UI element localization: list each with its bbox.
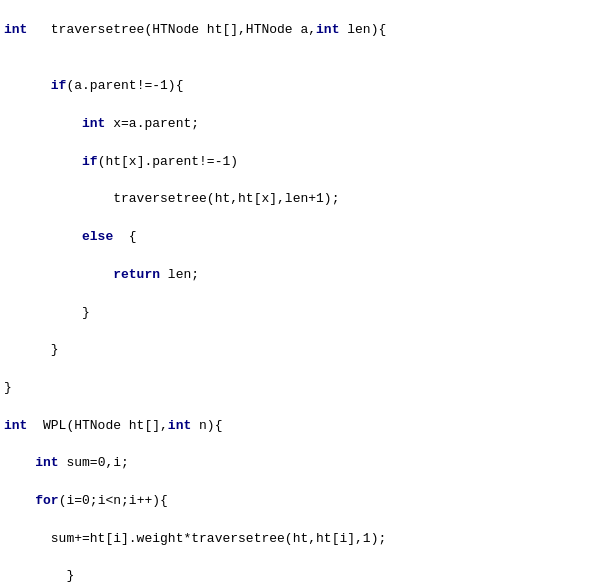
code-line-9: } [4, 304, 610, 323]
code-editor: int traversetree(HTNode ht[],HTNode a,in… [0, 0, 614, 585]
code-line-16: } [4, 567, 610, 585]
code-line-11: } [4, 379, 610, 398]
code-line-10: } [4, 341, 610, 360]
code-line-3: if(a.parent!=-1){ [4, 77, 610, 96]
code-line-14: for(i=0;i<n;i++){ [4, 492, 610, 511]
code-line-7: else { [4, 228, 610, 247]
code-line-8: return len; [4, 266, 610, 285]
code-line-1: int traversetree(HTNode ht[],HTNode a,in… [4, 21, 610, 40]
code-line-5: if(ht[x].parent!=-1) [4, 153, 610, 172]
code-line-12: int WPL(HTNode ht[],int n){ [4, 417, 610, 436]
code-line-15: sum+=ht[i].weight*traversetree(ht,ht[i],… [4, 530, 610, 549]
code-line-6: traversetree(ht,ht[x],len+1); [4, 190, 610, 209]
code-line-4: int x=a.parent; [4, 115, 610, 134]
code-line-13: int sum=0,i; [4, 454, 610, 473]
